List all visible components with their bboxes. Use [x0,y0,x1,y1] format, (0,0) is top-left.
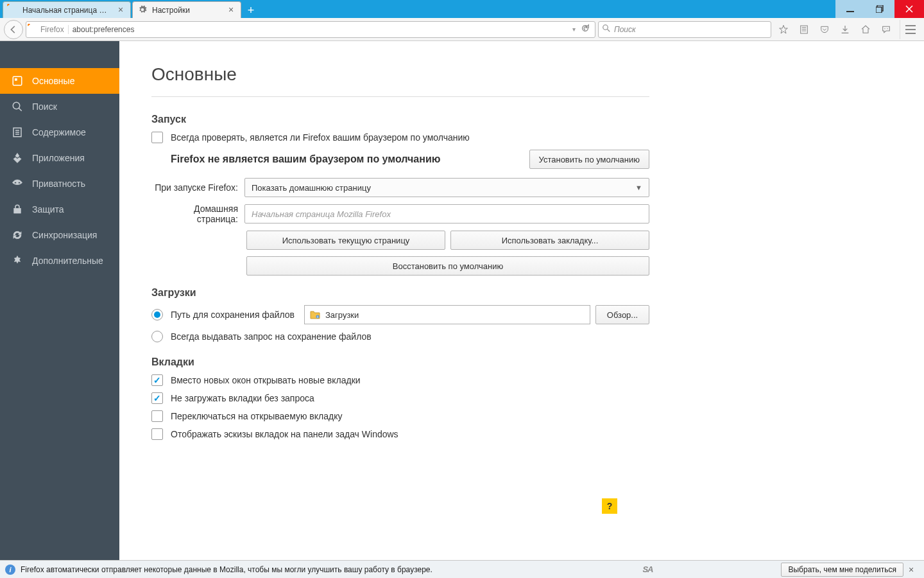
show-previews-checkbox[interactable] [151,428,163,440]
browse-button[interactable]: Обзор... [595,305,649,324]
svg-rect-0 [846,11,854,12]
sidebar-item-label: Защита [32,204,64,215]
sidebar-item-label: Дополнительные [32,256,103,266]
sidebar-item-privacy[interactable]: Приватность [0,171,119,197]
sidebar-item-advanced[interactable]: Дополнительные [0,248,119,274]
preferences-content: Основные Запуск Всегда проверять, являет… [119,41,924,560]
toolbar-icons [774,20,920,39]
bookmark-star-button[interactable] [774,20,793,39]
sidebar-item-applications[interactable]: Приложения [0,145,119,171]
content-icon [12,127,23,138]
nav-toolbar: Firefox about:preferences ▾ Поиск [0,18,924,41]
menu-button[interactable] [900,20,920,39]
close-icon[interactable]: × [227,6,235,15]
switch-to-label: Переключаться на открываемую вкладку [171,411,342,421]
sidebar-item-label: Поиск [32,101,57,112]
back-button[interactable] [4,20,23,39]
use-current-button[interactable]: Использовать текущую страницу [246,231,445,250]
on-start-label: При запуске Firefox: [151,182,244,193]
svg-rect-2 [876,7,882,13]
homepage-input[interactable]: Начальная страница Mozilla Firefox [244,204,649,223]
sidebar-item-sync[interactable]: Синхронизация [0,222,119,248]
help-button[interactable]: ? [602,498,617,514]
page-title: Основные [151,64,649,97]
downloads-button[interactable] [835,20,855,39]
open-in-tabs-label: Вместо новых окон открывать новые вкладк… [171,375,361,385]
startup-heading: Запуск [151,114,649,125]
applications-icon [12,152,23,164]
downloads-heading: Загрузки [151,287,649,299]
notification-bar: i Firefox автоматически отправляет некот… [0,560,924,578]
firefox-icon [29,25,38,34]
sidebar-item-content[interactable]: Содержимое [0,119,119,145]
sidebar-item-label: Содержимое [32,127,86,137]
pocket-button[interactable] [815,20,834,39]
tabs-heading: Вкладки [151,356,649,368]
search-icon [603,24,610,34]
sidebar-item-search[interactable]: Поиск [0,94,119,119]
sidebar-item-label: Синхронизация [32,230,97,240]
save-to-radio[interactable] [151,309,163,320]
tab-label: Начальная страница Мо... [22,6,112,15]
restore-button[interactable] [865,0,894,18]
search-icon [12,101,23,112]
general-icon [12,75,23,87]
hello-button[interactable] [877,20,896,39]
not-default-label: Firefox не является вашим браузером по у… [171,153,440,165]
dont-load-checkbox[interactable] [151,392,163,404]
on-start-select[interactable]: Показать домашнюю страницу ▼ [244,178,649,197]
home-button[interactable] [856,20,875,39]
minimize-button[interactable] [835,0,865,18]
reload-button[interactable] [578,24,592,35]
homepage-placeholder: Начальная страница Mozilla Firefox [252,209,391,219]
svg-point-11 [15,182,17,184]
firefox-icon [8,5,19,15]
url-bar[interactable]: Firefox about:preferences ▾ [26,21,595,38]
window-controls [835,0,924,18]
new-tab-button[interactable]: + [243,3,259,18]
notification-text: Firefox автоматически отправляет некотор… [21,565,642,574]
svg-point-6 [887,28,887,29]
always-ask-label: Всегда выдавать запрос на сохранение фай… [171,331,372,342]
switch-to-checkbox[interactable] [151,410,163,422]
sa-watermark: SA [642,565,653,574]
browser-tab-0[interactable]: Начальная страница Мо... × [3,1,131,18]
always-ask-radio[interactable] [151,331,163,342]
gear-icon [138,5,148,15]
sidebar-item-label: Приложения [32,153,85,163]
bookmarks-list-button[interactable] [794,20,814,39]
window-close-button[interactable] [894,0,924,18]
save-to-label: Путь для сохранения файлов [171,310,299,320]
make-default-button[interactable]: Установить по умолчанию [529,150,649,169]
dont-load-label: Не загружать вкладки без запроса [171,393,314,403]
dropdown-icon[interactable]: ▾ [572,26,578,33]
restore-default-button[interactable]: Восстановить по умолчанию [246,256,649,276]
titlebar: Начальная страница Мо... × Настройки × + [0,0,924,18]
sidebar-item-label: Приватность [32,179,85,189]
download-path-value: Загрузки [325,310,359,320]
svg-point-9 [13,102,20,109]
use-bookmark-button[interactable]: Использовать закладку... [450,231,649,250]
tab-strip: Начальная страница Мо... × Настройки × + [0,0,835,18]
lock-icon [12,204,23,215]
svg-point-12 [19,182,21,184]
close-icon[interactable]: × [116,6,125,15]
select-value: Показать домашнюю страницу [252,183,371,193]
advanced-icon [12,255,23,267]
url-text: about:preferences [73,25,572,34]
notification-close-button[interactable]: × [903,565,919,575]
svg-point-3 [603,25,608,30]
download-path-input[interactable]: Загрузки [304,305,590,324]
svg-point-5 [884,28,885,29]
notification-choose-button[interactable]: Выбрать, чем мне поделиться [781,563,903,577]
always-check-checkbox[interactable] [151,132,163,143]
sidebar-item-security[interactable]: Защита [0,197,119,222]
browser-tab-1[interactable]: Настройки × [132,1,241,18]
open-in-tabs-checkbox[interactable] [151,374,163,386]
identity-box[interactable]: Firefox [29,25,69,34]
privacy-icon [12,178,23,189]
sidebar-item-general[interactable]: Основные [0,68,119,94]
folder-icon [310,310,320,319]
svg-rect-4 [801,26,808,33]
search-bar[interactable]: Поиск [598,21,771,38]
